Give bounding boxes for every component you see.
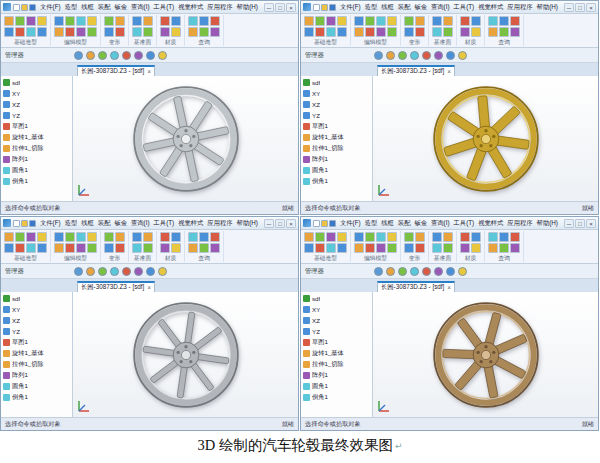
ribbon-tool-icon[interactable]: [471, 27, 481, 37]
ribbon-tool-icon[interactable]: [510, 27, 520, 37]
ribbon-tool-icon[interactable]: [404, 243, 414, 253]
new-file-icon[interactable]: [313, 220, 320, 227]
ribbon-tool-icon[interactable]: [160, 27, 170, 37]
ribbon-tool-icon[interactable]: [315, 243, 325, 253]
ribbon-tool-icon[interactable]: [171, 243, 181, 253]
ribbon-tool-icon[interactable]: [132, 243, 142, 253]
ribbon-tool-icon[interactable]: [376, 27, 386, 37]
ribbon-tool-icon[interactable]: [337, 16, 347, 26]
menu-item[interactable]: 视觉样式: [476, 3, 505, 12]
ribbon-tool-icon[interactable]: [499, 232, 509, 242]
menu-item[interactable]: 工具(T): [452, 219, 477, 228]
tree-item[interactable]: YZ: [1, 110, 72, 121]
menu-item[interactable]: 应用程序: [505, 3, 534, 12]
minimize-button[interactable]: ─: [564, 3, 574, 12]
ribbon-tool-icon[interactable]: [87, 16, 97, 26]
view-zoom-icon[interactable]: [110, 267, 119, 276]
document-tab[interactable]: 长园-30873D.Z3 - [sdf] ×: [77, 65, 155, 76]
view-wireframe-icon[interactable]: [158, 51, 167, 60]
ribbon-tool-icon[interactable]: [115, 243, 125, 253]
ribbon-tool-icon[interactable]: [376, 16, 386, 26]
tree-item[interactable]: 圆角1: [301, 165, 372, 176]
view-fit-icon[interactable]: [74, 51, 83, 60]
view-zoom-icon[interactable]: [110, 51, 119, 60]
view-fit-icon[interactable]: [374, 51, 383, 60]
ribbon-tool-icon[interactable]: [199, 243, 209, 253]
view-shade-icon[interactable]: [146, 51, 155, 60]
menu-item[interactable]: 钣金: [412, 219, 429, 228]
ribbon-tool-icon[interactable]: [460, 27, 470, 37]
minimize-button[interactable]: ─: [264, 3, 274, 12]
ribbon-tool-icon[interactable]: [404, 232, 414, 242]
ribbon-tool-icon[interactable]: [210, 16, 220, 26]
ribbon-tool-icon[interactable]: [15, 16, 25, 26]
tree-item[interactable]: 拉伸1_切除: [1, 359, 72, 370]
open-file-icon[interactable]: [321, 220, 328, 227]
view-rotate-icon[interactable]: [86, 267, 95, 276]
tab-close-icon[interactable]: ×: [447, 68, 451, 75]
view-shade-icon[interactable]: [446, 51, 455, 60]
ribbon-tool-icon[interactable]: [188, 232, 198, 242]
tree-item[interactable]: 草图1: [1, 121, 72, 132]
maximize-button[interactable]: □: [275, 3, 285, 12]
menu-item[interactable]: 文件(F): [338, 3, 363, 12]
tree-item[interactable]: XY: [1, 304, 72, 315]
menu-item[interactable]: 装配: [396, 219, 413, 228]
model-viewport[interactable]: [73, 292, 298, 417]
ribbon-tool-icon[interactable]: [160, 16, 170, 26]
ribbon-tool-icon[interactable]: [210, 232, 220, 242]
view-front-icon[interactable]: [122, 267, 131, 276]
menu-item[interactable]: 线框: [379, 219, 396, 228]
view-iso-icon[interactable]: [434, 51, 443, 60]
ribbon-tool-icon[interactable]: [376, 232, 386, 242]
ribbon-tool-icon[interactable]: [304, 27, 314, 37]
tree-item[interactable]: 圆角1: [1, 165, 72, 176]
menu-item[interactable]: 查询(I): [429, 219, 452, 228]
open-file-icon[interactable]: [21, 4, 28, 11]
document-tab[interactable]: 长园-30873D.Z3 - [sdf] ×: [377, 281, 455, 292]
ribbon-tool-icon[interactable]: [87, 27, 97, 37]
ribbon-tool-icon[interactable]: [387, 27, 397, 37]
menu-item[interactable]: 工具(T): [152, 3, 177, 12]
ribbon-tool-icon[interactable]: [499, 16, 509, 26]
document-tab[interactable]: 长园-30873D.Z3 - [sdf] ×: [377, 65, 455, 76]
ribbon-tool-icon[interactable]: [304, 232, 314, 242]
view-iso-icon[interactable]: [434, 267, 443, 276]
view-shade-icon[interactable]: [446, 267, 455, 276]
menu-item[interactable]: 帮助(H): [535, 3, 560, 12]
ribbon-tool-icon[interactable]: [499, 243, 509, 253]
ribbon-tool-icon[interactable]: [26, 27, 36, 37]
maximize-button[interactable]: □: [575, 219, 585, 228]
model-viewport[interactable]: [73, 76, 298, 201]
tree-item[interactable]: 阵列1: [1, 154, 72, 165]
menu-item[interactable]: 造型: [63, 3, 80, 12]
ribbon-tool-icon[interactable]: [471, 232, 481, 242]
tree-item[interactable]: 倒角1: [301, 176, 372, 187]
tree-item[interactable]: XZ: [1, 99, 72, 110]
view-wireframe-icon[interactable]: [458, 267, 467, 276]
open-file-icon[interactable]: [21, 220, 28, 227]
close-button[interactable]: ×: [286, 3, 296, 12]
view-wireframe-icon[interactable]: [458, 51, 467, 60]
ribbon-tool-icon[interactable]: [143, 243, 153, 253]
wheel-3d-model[interactable]: [431, 300, 541, 410]
ribbon-tool-icon[interactable]: [415, 16, 425, 26]
ribbon-tool-icon[interactable]: [143, 27, 153, 37]
menu-item[interactable]: 装配: [396, 3, 413, 12]
ribbon-tool-icon[interactable]: [210, 27, 220, 37]
ribbon-tool-icon[interactable]: [199, 232, 209, 242]
tree-item[interactable]: 拉伸1_切除: [301, 359, 372, 370]
view-rotate-icon[interactable]: [86, 51, 95, 60]
ribbon-tool-icon[interactable]: [415, 232, 425, 242]
menu-item[interactable]: 视觉样式: [476, 219, 505, 228]
ribbon-tool-icon[interactable]: [510, 232, 520, 242]
view-front-icon[interactable]: [422, 51, 431, 60]
ribbon-tool-icon[interactable]: [37, 16, 47, 26]
ribbon-tool-icon[interactable]: [26, 16, 36, 26]
tab-close-icon[interactable]: ×: [447, 284, 451, 291]
ribbon-tool-icon[interactable]: [76, 243, 86, 253]
tree-item[interactable]: sdf: [1, 293, 72, 304]
ribbon-tool-icon[interactable]: [104, 232, 114, 242]
view-iso-icon[interactable]: [134, 51, 143, 60]
ribbon-tool-icon[interactable]: [104, 27, 114, 37]
